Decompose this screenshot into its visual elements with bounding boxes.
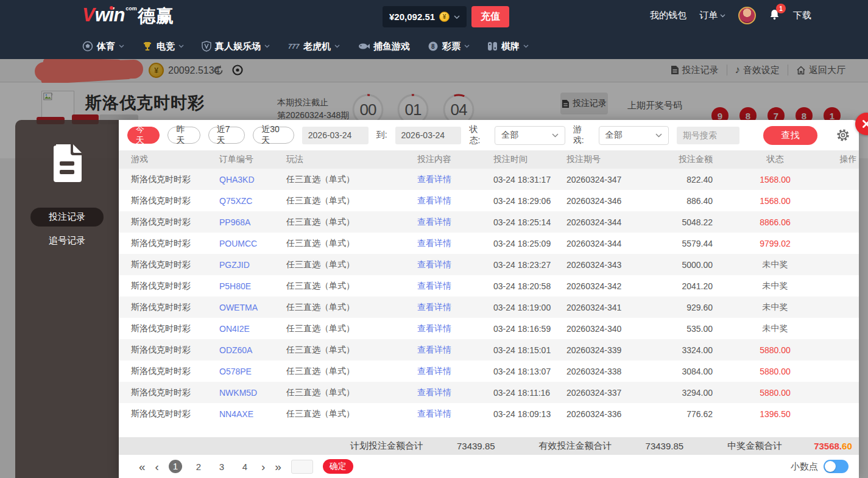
cell-status: 5880.00 — [713, 345, 838, 355]
cell-game: 斯洛伐克时时彩 — [131, 409, 219, 420]
cell-order-link[interactable]: Q75XZC — [219, 196, 286, 206]
last-page-button[interactable]: » — [275, 461, 281, 473]
cell-status: 5880.00 — [713, 367, 838, 376]
cell-detail-link[interactable]: 查看详情 — [417, 174, 493, 185]
wallet-link[interactable]: 我的钱包 — [650, 10, 686, 21]
chevron-down-icon — [454, 15, 460, 19]
win-total-value: 73568.60 — [814, 441, 852, 451]
page-3[interactable]: 3 — [215, 462, 228, 472]
cell-bet-amount: 3324.00 — [640, 345, 713, 355]
cell-order-link[interactable]: NN4AXE — [219, 409, 286, 419]
cell-playtype: 任三直选（单式） — [286, 366, 417, 377]
cell-bet-amount: 5579.44 — [640, 239, 713, 248]
cell-bet-time: 03-24 18:16:59 — [493, 324, 566, 334]
cell-bet-time: 03-24 18:09:13 — [493, 409, 566, 419]
cell-detail-link[interactable]: 查看详情 — [417, 387, 493, 398]
cell-detail-link[interactable]: 查看详情 — [417, 195, 493, 206]
cell-bet-amount: 886.40 — [640, 196, 713, 206]
settings-button[interactable] — [836, 128, 850, 142]
nav-item-sports[interactable]: 体育 — [82, 41, 124, 52]
cell-bet-period: 20260324-338 — [566, 367, 640, 376]
table-row: 斯洛伐克时时彩NWKM5D任三直选（单式）查看详情03-24 18:11:162… — [119, 382, 859, 403]
cell-bet-time: 03-24 18:19:00 — [493, 303, 566, 312]
page-2[interactable]: 2 — [192, 462, 205, 472]
cell-detail-link[interactable]: 查看详情 — [417, 409, 493, 420]
cell-order-link[interactable]: QHA3KD — [219, 175, 286, 185]
cell-detail-link[interactable]: 查看详情 — [417, 302, 493, 313]
cell-bet-time: 03-24 18:20:58 — [493, 281, 566, 291]
cell-order-link[interactable]: ON4I2E — [219, 324, 286, 334]
decimal-toggle[interactable] — [824, 460, 849, 473]
filter-yesterday[interactable]: 昨天 — [168, 127, 200, 144]
nav-item-cards[interactable]: 棋牌 — [487, 41, 529, 52]
logo-v: V — [82, 4, 95, 26]
cell-order-link[interactable]: P5H80E — [219, 281, 286, 291]
date-from-input[interactable]: 2026-03-24 — [302, 127, 369, 144]
brand-logo[interactable]: V win com 德赢 — [82, 4, 174, 29]
notifications-button[interactable]: 1 — [769, 9, 780, 23]
sidebar-item-bet-records[interactable]: 投注记录 — [30, 208, 104, 227]
cell-order-link[interactable]: PP968A — [219, 217, 286, 227]
chevron-down-icon — [552, 133, 559, 138]
download-link[interactable]: 下载 — [793, 10, 811, 21]
cell-detail-link[interactable]: 查看详情 — [417, 281, 493, 292]
search-button[interactable]: 查找 — [763, 126, 817, 145]
cell-order-link[interactable]: POUMCC — [219, 239, 286, 248]
cell-bet-amount: 776.62 — [640, 409, 713, 419]
cell-detail-link[interactable]: 查看详情 — [417, 323, 493, 334]
cell-bet-period: 20260324-341 — [566, 303, 640, 312]
goto-confirm-button[interactable]: 确定 — [323, 459, 353, 474]
nav-item-esports[interactable]: 电竞 — [142, 41, 184, 52]
page-1[interactable]: 1 — [169, 460, 182, 473]
shield-v-icon — [202, 41, 211, 52]
orders-link[interactable]: 订单 — [699, 10, 725, 21]
first-page-button[interactable]: « — [139, 461, 146, 473]
goto-page-input[interactable] — [291, 460, 313, 474]
top-header: V win com 德赢 ¥20,092.51 ¥ 充值 我的钱包 订单 1 — [0, 0, 868, 59]
filter-last7days[interactable]: 近7天 — [208, 127, 245, 144]
cell-order-link[interactable]: OWETMA — [219, 303, 286, 312]
cell-detail-link[interactable]: 查看详情 — [417, 345, 493, 356]
prev-page-button[interactable]: ‹ — [155, 461, 159, 473]
cell-detail-link[interactable]: 查看详情 — [417, 366, 493, 377]
records-doc-icon — [50, 143, 84, 183]
nav-item-live-casino[interactable]: 真人娱乐场 — [202, 41, 270, 52]
table-row: 斯洛伐克时时彩ON4I2E任三直选（单式）查看详情03-24 18:16:592… — [119, 318, 859, 339]
cell-status: 未中奖 — [713, 323, 838, 334]
status-select[interactable]: 全部 — [495, 126, 565, 145]
cell-order-link[interactable]: NWKM5D — [219, 388, 286, 398]
cell-detail-link[interactable]: 查看详情 — [417, 238, 493, 249]
nav-item-lottery[interactable]: 8 彩票 — [428, 41, 470, 52]
date-to-input[interactable]: 2026-03-24 — [395, 127, 462, 144]
filter-last30days[interactable]: 近30天 — [253, 127, 294, 144]
cell-playtype: 任三直选（单式） — [286, 302, 417, 313]
cell-order-link[interactable]: PGZJID — [219, 260, 286, 270]
cell-detail-link[interactable]: 查看详情 — [417, 259, 493, 270]
period-search-input[interactable] — [677, 127, 739, 144]
lottery-8ball-icon: 8 — [428, 41, 439, 52]
nav-item-slots[interactable]: 777 老虎机 — [288, 41, 340, 52]
cell-order-link[interactable]: O578PE — [219, 367, 286, 376]
cell-bet-amount: 5048.22 — [640, 217, 713, 227]
next-page-button[interactable]: › — [261, 461, 265, 473]
balance-dropdown[interactable]: ¥20,092.51 ¥ — [383, 6, 467, 27]
cell-bet-period: 20260324-340 — [566, 324, 640, 334]
cell-bet-amount: 929.60 — [640, 303, 713, 312]
nav-item-fishing[interactable]: 捕鱼游戏 — [358, 41, 410, 52]
cell-game: 斯洛伐克时时彩 — [131, 174, 219, 185]
table-row: 斯洛伐克时时彩PGZJID任三直选（单式）查看详情03-24 18:23:272… — [119, 254, 859, 275]
page-4[interactable]: 4 — [238, 462, 252, 472]
cell-playtype: 任三直选（单式） — [286, 387, 417, 398]
sidebar-item-chase-records[interactable]: 追号记录 — [30, 231, 104, 250]
deposit-button[interactable]: 充值 — [471, 6, 509, 27]
cell-bet-amount: 2041.20 — [640, 281, 713, 291]
avatar[interactable] — [738, 7, 756, 24]
cell-bet-time: 03-24 18:29:06 — [493, 196, 566, 206]
logo-cn: 德赢 — [138, 4, 174, 29]
cell-order-link[interactable]: ODZ60A — [219, 345, 286, 355]
cell-bet-time: 03-24 18:23:27 — [493, 260, 566, 270]
cell-detail-link[interactable]: 查看详情 — [417, 217, 493, 228]
filter-today[interactable]: 今天 — [127, 127, 160, 144]
game-select[interactable]: 全部 — [599, 126, 669, 145]
cell-game: 斯洛伐克时时彩 — [131, 195, 219, 206]
